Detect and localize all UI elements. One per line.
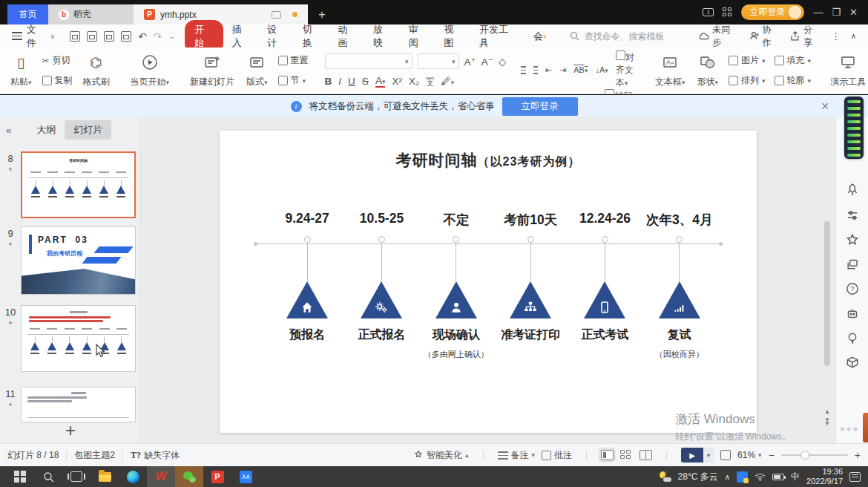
zoom-slider[interactable] <box>781 454 848 456</box>
file-explorer-button[interactable] <box>91 466 119 487</box>
promo-widget[interactable] <box>844 97 864 159</box>
tab-outline[interactable]: 大纲 <box>27 120 65 140</box>
collaborate-button[interactable]: 协作 <box>749 24 780 49</box>
add-slide-button[interactable]: + <box>0 420 141 441</box>
zoom-out-button[interactable]: − <box>769 449 775 461</box>
zoom-in-button[interactable]: + <box>855 449 861 461</box>
file-menu[interactable]: 文件 ∨ <box>7 23 59 50</box>
bold-button[interactable]: B <box>325 76 332 87</box>
taskbar-search-button[interactable] <box>34 466 62 487</box>
shapes-button[interactable]: 形状▾ <box>694 50 722 91</box>
picture-button[interactable]: 图片▾ <box>727 53 767 68</box>
undo-icon[interactable]: ↶ <box>138 30 147 42</box>
subscript-button[interactable]: X₂ <box>409 76 419 87</box>
line-break-button[interactable]: ↓A▾ <box>595 65 608 74</box>
ime-language[interactable]: 中 <box>791 471 800 483</box>
notes-button[interactable]: 备注▾ <box>498 449 536 462</box>
textbox-button[interactable]: A= 文本框▾ <box>652 50 688 91</box>
format-painter-button[interactable]: ⌬ 格式刷 <box>80 50 113 91</box>
align-text-button[interactable]: 对齐文本▾ <box>616 50 637 89</box>
reset-button[interactable]: 重置 <box>277 53 310 68</box>
redo-icon[interactable]: ↷ <box>154 30 162 42</box>
start-button[interactable] <box>6 466 34 487</box>
underline-button[interactable]: U <box>348 76 355 87</box>
notice-login-button[interactable]: 立即登录 <box>502 97 578 116</box>
floating-promo-tab[interactable] <box>863 413 868 442</box>
wps-taskbar-button[interactable]: W <box>147 466 175 487</box>
slideshow-button[interactable]: ▶ ▾ <box>681 448 714 463</box>
present-tools-button[interactable]: 演示工具 <box>827 50 868 91</box>
battery-icon[interactable] <box>772 474 784 480</box>
increase-indent-icon[interactable]: ⇥ <box>559 65 566 75</box>
sync-status[interactable]: 未同步 <box>698 24 738 49</box>
customize-toolbar-icon[interactable]: ⌄ <box>169 33 175 40</box>
text-direction-button[interactable]: AB▾ <box>573 65 588 74</box>
normal-view-icon[interactable] <box>601 450 614 460</box>
previous-slide-icon[interactable]: ▲ <box>822 408 832 415</box>
clear-format-icon[interactable]: ◇ <box>499 56 506 68</box>
notification-center-icon[interactable] <box>849 472 861 482</box>
rocket-icon[interactable] <box>845 183 860 197</box>
blue-app-button[interactable]: ∧∧ <box>231 466 260 487</box>
task-view-button[interactable] <box>62 466 91 487</box>
tab-home[interactable]: 首页 <box>7 4 48 24</box>
presentation-mode-icon[interactable] <box>272 11 281 19</box>
fill-button[interactable]: 填充▾ <box>773 53 813 68</box>
assistant-robot-icon[interactable] <box>845 306 860 321</box>
arrange-button[interactable]: 排列▾ <box>727 73 767 88</box>
close-notice-icon[interactable]: ✕ <box>821 100 829 112</box>
wechat-taskbar-button[interactable] <box>175 466 203 487</box>
superscript-button[interactable]: X² <box>392 76 402 87</box>
multi-window-icon[interactable] <box>845 257 860 272</box>
italic-button[interactable]: I <box>338 76 341 87</box>
command-search[interactable] <box>570 31 695 42</box>
adjust-sliders-icon[interactable] <box>845 208 860 223</box>
highlight-button[interactable]: 🖉▾ <box>441 76 454 87</box>
bullet-list-icon[interactable] <box>521 66 525 74</box>
play-options-icon[interactable]: ▾ <box>703 448 714 463</box>
cut-button[interactable]: ✂剪切 <box>41 53 74 68</box>
reading-view-icon[interactable] <box>640 450 652 460</box>
tab-docer[interactable]: b 稻壳 <box>48 4 134 24</box>
pdf-app-button[interactable]: P <box>203 466 231 487</box>
help-icon[interactable]: ? <box>845 281 860 296</box>
print-icon[interactable] <box>104 31 114 42</box>
resource-box-icon[interactable] <box>845 355 860 370</box>
search-input[interactable] <box>584 31 695 42</box>
new-slide-button[interactable]: 新建幻灯片 <box>187 50 237 91</box>
font-color-button[interactable]: A▾ <box>375 75 386 88</box>
split-view-icon[interactable]: 1 <box>703 8 714 16</box>
effects-star-icon[interactable] <box>845 232 860 247</box>
ime-tool-icon[interactable] <box>737 471 748 483</box>
play-from-current-button[interactable]: 当页开始▾ <box>128 50 173 91</box>
fit-slide-icon[interactable] <box>720 450 731 460</box>
slide-thumbnail-10[interactable] <box>21 305 136 372</box>
paste-button[interactable]: ▯ 粘贴▾ <box>7 50 35 91</box>
wifi-icon[interactable] <box>754 473 766 481</box>
more-tools-icon[interactable]: o o o <box>841 425 858 432</box>
login-button[interactable]: 立即登录 <box>741 4 804 20</box>
zoom-slider-knob[interactable] <box>800 451 809 460</box>
slide-thumbnail-11[interactable] <box>21 387 136 422</box>
collapse-panel-icon[interactable]: « <box>6 125 11 136</box>
strikethrough-button[interactable]: S <box>362 76 369 87</box>
close-button[interactable]: ✕ <box>849 7 858 18</box>
outline-button[interactable]: 轮廓▾ <box>773 73 813 88</box>
edge-button[interactable] <box>119 466 147 487</box>
save-icon[interactable] <box>70 31 80 42</box>
font-family-select[interactable]: ▾ <box>325 53 412 69</box>
next-slide-icon[interactable]: ▼▼ <box>822 419 832 426</box>
tab-grid-icon[interactable] <box>723 7 732 17</box>
missing-font-warning[interactable]: T? 缺失字体 <box>131 449 180 462</box>
font-size-select[interactable]: ▾ <box>418 53 459 69</box>
slide-thumbnail-9[interactable]: PART 03 我的考研历程 <box>21 226 136 295</box>
increase-font-icon[interactable]: A⁺ <box>464 56 476 68</box>
tab-slides[interactable]: 幻灯片 <box>65 120 111 140</box>
export-icon[interactable] <box>87 31 97 42</box>
inspiration-bulb-icon[interactable] <box>845 330 860 345</box>
weather-text[interactable]: 28°C 多云 <box>678 471 718 483</box>
collapse-ribbon-icon[interactable]: ∧ <box>851 32 856 40</box>
section-button[interactable]: 节▾ <box>277 73 310 88</box>
share-button[interactable]: 分享 <box>790 24 821 49</box>
print-preview-icon[interactable] <box>121 31 131 42</box>
